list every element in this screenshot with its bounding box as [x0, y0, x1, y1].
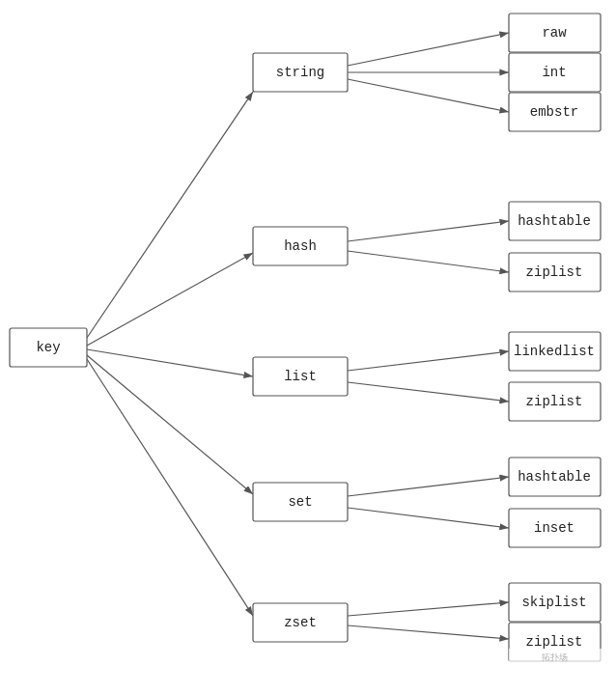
arrow-key-string	[87, 92, 253, 338]
node-string-label: string	[276, 65, 324, 80]
node-raw-label: raw	[542, 25, 567, 41]
arrow-string-raw	[348, 33, 509, 66]
node-zset-ziplist-label: ziplist	[526, 634, 583, 650]
arrow-list-linkedlist	[348, 351, 509, 371]
node-int-label: int	[542, 65, 566, 80]
node-set-inset-label: inset	[534, 520, 574, 536]
node-embstr-label: embstr	[530, 104, 578, 120]
arrow-string-embstr	[348, 79, 509, 112]
arrow-set-hashtable	[348, 477, 509, 496]
arrow-key-hash	[87, 253, 253, 346]
node-list-label: list	[284, 369, 317, 384]
node-hash-hashtable-label: hashtable	[518, 213, 591, 229]
arrow-key-list	[87, 349, 253, 376]
watermark: 拓扑场	[541, 652, 568, 662]
node-set-label: set	[288, 494, 312, 510]
node-key-label: key	[36, 340, 60, 355]
node-hash-label: hash	[284, 238, 317, 254]
node-list-ziplist-label: ziplist	[526, 394, 583, 409]
arrow-zset-ziplist	[348, 625, 509, 639]
arrow-hash-ziplist	[348, 251, 509, 272]
arrow-set-inset	[348, 508, 509, 528]
arrow-key-zset	[87, 359, 253, 616]
node-set-hashtable-label: hashtable	[518, 469, 591, 485]
node-hash-ziplist-label: ziplist	[526, 264, 583, 280]
node-list-linkedlist-label: linkedlist	[514, 344, 595, 359]
arrow-zset-skiplist	[348, 602, 509, 616]
node-zset-label: zset	[284, 615, 317, 630]
arrow-hash-hashtable	[348, 221, 509, 241]
node-zset-skiplist-label: skiplist	[521, 595, 586, 610]
arrow-key-set	[87, 355, 253, 494]
arrow-list-ziplist	[348, 382, 509, 402]
